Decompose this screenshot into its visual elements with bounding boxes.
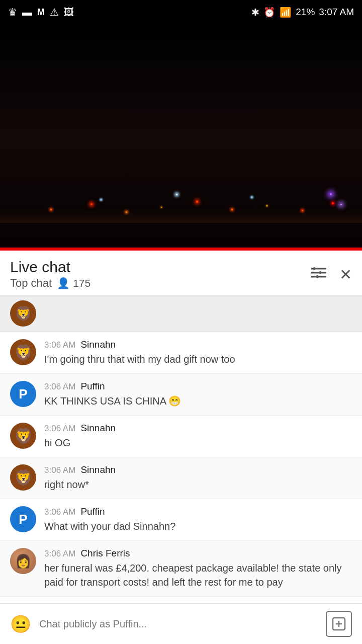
message-text: I'm going thru that with my dad gift now… xyxy=(44,352,352,366)
image-icon: 🖼 xyxy=(64,7,74,18)
message-meta: 3:06 AM Puffin xyxy=(44,381,352,392)
crown-icon: ♛ xyxy=(8,6,17,18)
message-time: 3:06 AM xyxy=(44,465,75,475)
avatar: P xyxy=(10,506,36,532)
message-content: 3:06 AM Sinnahn right now* xyxy=(44,464,352,492)
chat-message: 🦁 3:06 AM Sinnahn hi OG xyxy=(0,416,362,457)
avatar: 🦁 xyxy=(10,464,36,491)
avatar: 🦁 xyxy=(10,339,36,365)
emoji-button[interactable]: 😐 xyxy=(10,614,31,634)
top-chat-label[interactable]: Top chat xyxy=(10,277,52,290)
message-username: Sinnahn xyxy=(80,423,116,434)
message-username: Sinnahn xyxy=(80,464,116,475)
message-content: 3:06 AM Sinnahn hi OG xyxy=(44,423,352,450)
close-button[interactable]: ✕ xyxy=(339,266,352,283)
message-text: her funeral was £4,200. cheapest package… xyxy=(44,561,352,589)
m-icon: M xyxy=(37,7,45,18)
chat-messages-list: 🦁 3:06 AM Sinnahn I'm going thru that wi… xyxy=(0,332,362,638)
message-time: 3:06 AM xyxy=(44,507,75,517)
avatar: P xyxy=(10,381,36,407)
alarm-icon: ⏰ xyxy=(263,7,276,18)
time-text: 3:07 AM xyxy=(319,7,354,18)
message-text: What with your dad Sinnahn? xyxy=(44,519,352,533)
message-content: 3:06 AM Puffin What with your dad Sinnah… xyxy=(44,506,352,533)
status-bar-left: ♛ ▬ M ⚠ 🖼 xyxy=(8,6,74,18)
status-bar: ♛ ▬ M ⚠ 🖼 ✱ ⏰ 📶 21% 3:07 AM xyxy=(0,0,362,24)
scroll-indicator-row: 🦁 xyxy=(0,295,362,332)
video-background xyxy=(0,24,362,251)
message-text: right now* xyxy=(44,477,352,492)
folder-icon: ▬ xyxy=(22,7,32,18)
avatar: 👩 xyxy=(10,548,36,574)
message-content: 3:06 AM Chris Ferris her funeral was £4,… xyxy=(44,548,352,589)
chat-message: 🦁 3:06 AM Sinnahn I'm going thru that wi… xyxy=(0,332,362,374)
message-meta: 3:06 AM Sinnahn xyxy=(44,339,352,350)
message-meta: 3:06 AM Sinnahn xyxy=(44,464,352,475)
chat-message: P 3:06 AM Puffin What with your dad Sinn… xyxy=(0,499,362,541)
avatar: 🦁 xyxy=(10,423,36,449)
message-time: 3:06 AM xyxy=(44,424,75,434)
scroll-avatar: 🦁 xyxy=(10,300,36,327)
chat-header-right: ✕ xyxy=(310,266,352,283)
filter-icon[interactable] xyxy=(310,266,327,283)
chat-input-bar: 😐 xyxy=(0,603,362,644)
message-content: 3:06 AM Sinnahn I'm going thru that with… xyxy=(44,339,352,366)
chat-message: 👩 3:06 AM Chris Ferris her funeral was £… xyxy=(0,541,362,597)
warning-icon: ⚠ xyxy=(50,6,59,18)
chat-header-left: Live chat Top chat 👤 175 xyxy=(10,259,90,290)
message-username: Puffin xyxy=(80,381,105,392)
message-meta: 3:06 AM Chris Ferris xyxy=(44,548,352,559)
video-player[interactable] xyxy=(0,24,362,251)
wifi-icon: 📶 xyxy=(280,7,292,18)
message-meta: 3:06 AM Puffin xyxy=(44,506,352,517)
status-bar-right: ✱ ⏰ 📶 21% 3:07 AM xyxy=(251,7,354,18)
message-username: Puffin xyxy=(80,506,105,517)
battery-text: 21% xyxy=(296,7,315,18)
chat-input[interactable] xyxy=(39,618,318,630)
viewer-count-number: 175 xyxy=(73,277,90,289)
message-time: 3:06 AM xyxy=(44,549,75,559)
live-chat-title: Live chat xyxy=(10,259,90,276)
chat-message: P 3:06 AM Puffin KK THINKS USA IS CHINA … xyxy=(0,374,362,416)
message-username: Chris Ferris xyxy=(80,548,130,559)
message-meta: 3:06 AM Sinnahn xyxy=(44,423,352,434)
person-icon: 👤 xyxy=(57,277,70,289)
top-chat-row: Top chat 👤 175 xyxy=(10,277,90,290)
message-text: hi OG xyxy=(44,436,352,450)
chat-header: Live chat Top chat 👤 175 ✕ xyxy=(0,251,362,295)
bluetooth-icon: ✱ xyxy=(251,7,259,18)
chat-message: 🦁 3:06 AM Sinnahn right now* xyxy=(0,457,362,499)
message-text: KK THINKS USA IS CHINA 😁 xyxy=(44,394,352,408)
viewers-count: 👤 175 xyxy=(57,277,90,289)
send-button[interactable] xyxy=(326,611,352,637)
message-time: 3:06 AM xyxy=(44,382,75,392)
message-content: 3:06 AM Puffin KK THINKS USA IS CHINA 😁 xyxy=(44,381,352,408)
video-progress-bar[interactable] xyxy=(0,248,362,251)
message-time: 3:06 AM xyxy=(44,340,75,350)
message-username: Sinnahn xyxy=(80,339,116,350)
